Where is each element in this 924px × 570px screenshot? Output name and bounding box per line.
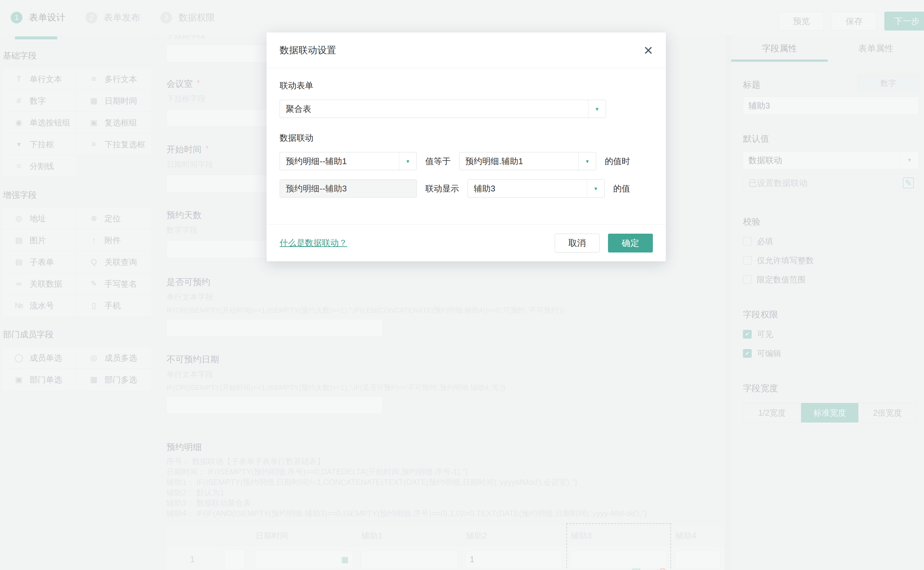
linkage-display-text: 联动显示 <box>425 183 459 194</box>
modal-title: 数据联动设置 <box>279 44 336 57</box>
what-is-data-linkage-link[interactable]: 什么是数据联动？ <box>279 237 347 248</box>
confirm-button[interactable]: 确定 <box>608 234 653 253</box>
linked-form-select[interactable]: 聚合表 ▼ <box>279 100 606 118</box>
close-icon[interactable]: × <box>644 43 653 58</box>
form-designer-app: 1 表单设计 2 表单发布 3 数据权限 预览 保存 下一步 基础字段 T单行文… <box>0 0 924 570</box>
linkage-condition-row: 预约明细--辅助1 ▼ 值等于 预约明细.辅助1 ▼ 的值时 <box>279 152 653 170</box>
modal-header: 数据联动设置 × <box>267 32 666 68</box>
target-field-input-disabled: 预约明细--辅助3 <box>279 179 417 198</box>
linked-form-label: 联动表单 <box>279 80 653 91</box>
chevron-down-icon: ▼ <box>399 152 416 170</box>
value-when-text: 的值时 <box>605 156 630 167</box>
chevron-down-icon: ▼ <box>579 152 596 170</box>
data-linkage-label: 数据联动 <box>279 132 653 144</box>
chevron-down-icon: ▼ <box>587 180 605 197</box>
linkage-display-row: 预约明细--辅助3 联动显示 辅助3 ▼ 的值 <box>279 179 653 198</box>
modal-body: 联动表单 聚合表 ▼ 数据联动 预约明细--辅助1 ▼ 值等于 预约明细.辅助1… <box>267 68 666 198</box>
data-linkage-settings-modal: 数据联动设置 × 联动表单 聚合表 ▼ 数据联动 预约明细--辅助1 ▼ 值等于… <box>267 32 666 261</box>
cancel-button[interactable]: 取消 <box>555 234 600 253</box>
modal-footer: 什么是数据联动？ 取消 确定 <box>267 224 666 261</box>
local-field-select[interactable]: 预约明细--辅助1 ▼ <box>279 152 417 170</box>
value-text: 的值 <box>613 183 630 194</box>
reference-field-select[interactable]: 预约明细.辅助1 ▼ <box>459 152 596 170</box>
chevron-down-icon: ▼ <box>588 100 606 118</box>
equals-text: 值等于 <box>425 156 451 167</box>
display-field-select[interactable]: 辅助3 ▼ <box>468 179 605 198</box>
